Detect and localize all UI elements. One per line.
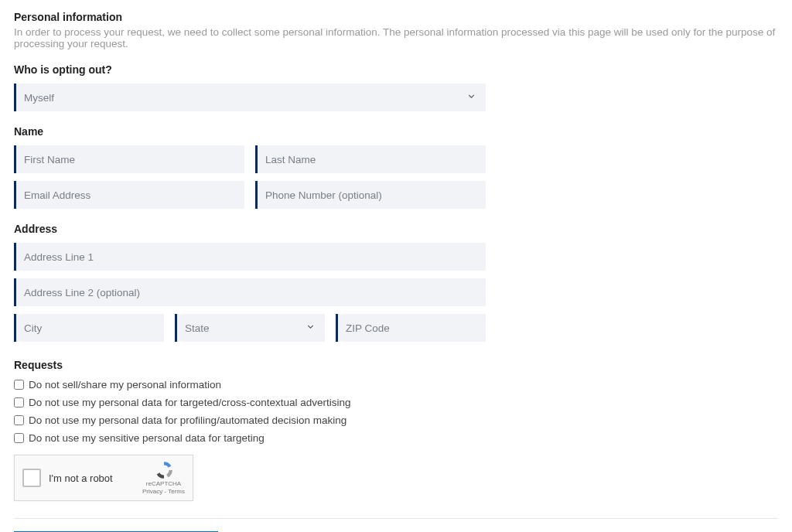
name-label: Name [14,125,486,138]
requests-label: Requests [14,359,778,371]
address-line2-field[interactable] [16,278,486,306]
first-name-field[interactable] [16,145,244,173]
last-name-wrap [255,145,486,173]
request-checkbox-item[interactable]: Do not use my sensitive personal data fo… [14,432,778,444]
request-checkbox-item[interactable]: Do not use my personal data for profilin… [14,414,778,426]
recaptcha-checkbox[interactable] [22,469,41,487]
city-wrap [14,314,164,342]
recaptcha-logo: reCAPTCHA Privacy - Terms [142,460,185,495]
recaptcha-widget[interactable]: I'm not a robot reCAPTCHA Privacy - Term… [14,455,193,501]
request-checkbox-label: Do not use my personal data for targeted… [29,397,350,408]
email-wrap [14,181,244,209]
zip-field[interactable] [338,314,486,342]
request-checkbox-label: Do not use my sensitive personal data fo… [29,432,265,444]
requests-section: Requests Do not sell/share my personal i… [14,359,778,444]
address1-wrap [14,243,486,271]
request-checkbox-0[interactable] [14,380,24,390]
footer-bar: Submit To submit a request via phone, pl… [14,518,778,532]
request-checkbox-item[interactable]: Do not sell/share my personal informatio… [14,379,778,390]
address2-wrap [14,278,486,306]
request-checkbox-3[interactable] [14,433,24,443]
first-name-wrap [14,145,244,173]
personal-info-desc: In order to process your request, we nee… [14,26,778,49]
last-name-field[interactable] [258,145,486,173]
email-field[interactable] [16,181,244,209]
personal-info-title: Personal information [14,11,778,23]
state-select[interactable]: State [175,314,325,342]
phone-wrap [255,181,486,209]
request-checkbox-label: Do not use my personal data for profilin… [29,414,346,426]
recaptcha-label: I'm not a robot [49,472,135,484]
phone-field[interactable] [258,181,486,209]
opting-out-label: Who is opting out? [14,63,486,76]
city-field[interactable] [16,314,164,342]
address-line1-field[interactable] [16,243,486,271]
request-checkbox-2[interactable] [14,415,24,425]
opting-out-select[interactable]: Myself [14,84,486,111]
request-checkbox-1[interactable] [14,397,24,408]
zip-wrap [336,314,486,342]
personal-info-section: Personal information In order to process… [14,11,778,49]
request-checkbox-label: Do not sell/share my personal informatio… [29,379,221,390]
request-checkbox-item[interactable]: Do not use my personal data for targeted… [14,397,778,408]
address-label: Address [14,223,486,235]
